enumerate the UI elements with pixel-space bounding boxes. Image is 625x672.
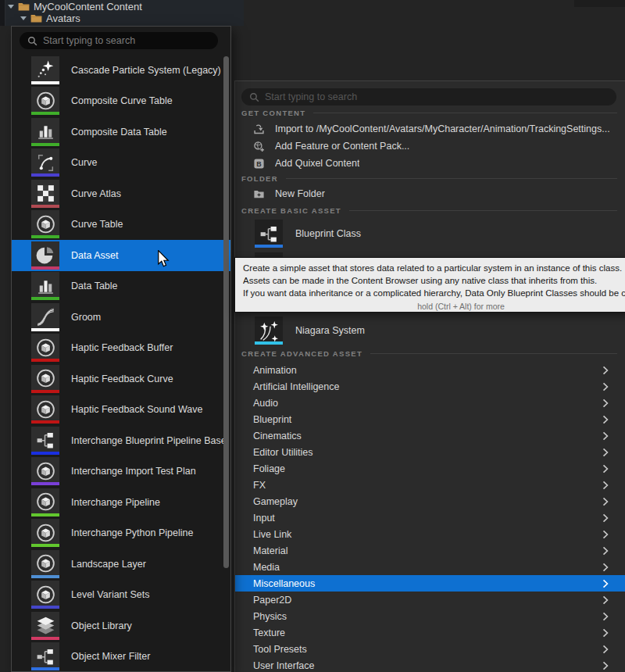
advanced-category-blueprint[interactable]: Blueprint <box>235 411 625 427</box>
asset-type-item-haptic-feedback-buffer[interactable]: Haptic Feedback Buffer <box>12 333 230 364</box>
niagara-icon <box>255 316 283 345</box>
top-right-notch <box>574 0 625 7</box>
asset-picker-search-input[interactable] <box>43 35 210 46</box>
context-menu-search-input[interactable] <box>265 91 609 102</box>
asset-type-item-haptic-feedback-sound-wave[interactable]: Haptic Feedback Sound Wave <box>12 395 230 426</box>
sphere-icon <box>31 395 59 424</box>
advanced-category-tool-presets[interactable]: Tool Presets <box>235 641 625 657</box>
get-content-rows: Import to /MyCoolContent/Avatars/MyChara… <box>235 120 625 172</box>
asset-type-label: Composite Curve Table <box>71 95 173 106</box>
tree-item-mycoolcontent[interactable]: MyCoolContent Content <box>8 1 142 13</box>
asset-type-picker: Cascade Particle System (Legacy)Composit… <box>11 26 231 672</box>
menu-item-label: Blueprint Class <box>295 228 361 239</box>
asset-type-item-composite-data-table[interactable]: Composite Data Table <box>12 116 230 148</box>
advanced-category-gameplay[interactable]: Gameplay <box>235 493 625 509</box>
tooltip-line: If you want data inheritance or a compli… <box>243 287 625 299</box>
sphere-icon <box>31 365 59 393</box>
asset-icon-tile <box>31 334 59 362</box>
particles-icon <box>31 56 59 84</box>
bars-icon <box>31 118 59 146</box>
data-asset-tooltip: Create a simple asset that stores data r… <box>234 257 625 313</box>
advanced-category-editor-utilities[interactable]: Editor Utilities <box>235 444 625 460</box>
tree-left-strip <box>0 0 5 26</box>
asset-type-item-curve-atlas[interactable]: Curve Atlas <box>12 178 230 209</box>
advanced-category-physics[interactable]: Physics <box>235 608 625 624</box>
chevron-right-icon <box>602 481 609 489</box>
advanced-category-audio[interactable]: Audio <box>235 395 625 411</box>
menu-item-add-quixel-content[interactable]: BAdd Quixel Content <box>235 155 625 172</box>
asset-type-label: Interchange Blueprint Pipeline Base <box>71 435 227 446</box>
asset-color-bar <box>31 667 59 670</box>
section-header-create-basic: CREATE BASIC ASSET <box>241 206 617 215</box>
context-menu-search[interactable] <box>241 88 616 105</box>
chevron-right-icon <box>602 595 609 604</box>
menu-item-new-folder[interactable]: New Folder <box>235 185 625 202</box>
chevron-right-icon <box>602 579 609 588</box>
asset-type-item-interchange-blueprint-pipeline-base[interactable]: Interchange Blueprint Pipeline Base <box>12 425 230 456</box>
advanced-category-artificial-intelligence[interactable]: Artificial Intelligence <box>235 378 625 395</box>
caret-down-icon[interactable] <box>8 5 14 9</box>
asset-picker-search[interactable] <box>20 32 218 49</box>
menu-item-label: Import to /MyCoolContent/Avatars/MyChara… <box>275 123 610 134</box>
advanced-category-material[interactable]: Material <box>235 542 625 559</box>
advanced-category-cinematics[interactable]: Cinematics <box>235 427 625 444</box>
bars-icon <box>31 272 59 300</box>
asset-type-item-interchange-python-pipeline[interactable]: Interchange Python Pipeline <box>12 518 230 549</box>
advanced-asset-list: AnimationArtificial IntelligenceAudioBlu… <box>235 362 625 672</box>
caret-down-icon[interactable] <box>20 16 27 20</box>
asset-color-bar <box>31 266 59 270</box>
tree-item-avatars[interactable]: Avatars <box>20 13 80 24</box>
asset-type-item-level-variant-sets[interactable]: Level Variant Sets <box>12 580 230 611</box>
asset-type-item-groom[interactable]: Groom <box>12 302 230 333</box>
sphere-icon <box>31 581 59 609</box>
menu-item-niagara-system[interactable]: Niagara System <box>255 316 365 345</box>
advanced-category-paper2d[interactable]: Paper2D <box>235 592 625 608</box>
asset-type-item-composite-curve-table[interactable]: Composite Curve Table <box>12 86 230 117</box>
asset-icon-tile <box>31 241 59 270</box>
advanced-category-fx[interactable]: FX <box>235 477 625 493</box>
asset-type-item-data-asset[interactable]: Data Asset <box>12 240 230 271</box>
import-icon <box>252 123 265 135</box>
menu-item-add-feature-or-content-pack[interactable]: Add Feature or Content Pack... <box>235 138 625 155</box>
asset-icon-tile <box>31 642 59 670</box>
asset-type-label: Curve Table <box>71 219 123 230</box>
advanced-category-texture[interactable]: Texture <box>235 624 625 641</box>
chevron-right-icon <box>602 546 609 555</box>
advanced-category-miscellaneous[interactable]: Miscellaneous <box>235 575 625 592</box>
section-header-create-advanced: CREATE ADVANCED ASSET <box>241 349 617 358</box>
scrollbar-thumb[interactable] <box>223 56 229 568</box>
advanced-category-animation[interactable]: Animation <box>235 362 625 378</box>
asset-type-item-haptic-feedback-curve[interactable]: Haptic Feedback Curve <box>12 363 230 395</box>
unreal-editor-screen: MyCoolContent Content Avatars GET CONTEN… <box>0 0 625 672</box>
asset-color-bar <box>31 235 59 238</box>
asset-icon-tile <box>31 303 59 331</box>
chevron-right-icon <box>602 448 609 456</box>
advanced-category-label: Input <box>253 513 275 524</box>
advanced-category-input[interactable]: Input <box>235 509 625 526</box>
search-icon <box>249 92 259 102</box>
asset-type-item-curve[interactable]: Curve <box>12 148 230 179</box>
asset-type-item-object-library[interactable]: Object Library <box>12 610 230 642</box>
blueprint-class-tile <box>255 220 283 248</box>
asset-type-item-interchange-import-test-plan[interactable]: Interchange Import Test Plan <box>12 456 230 488</box>
asset-type-item-cascade-particle-system-legacy[interactable]: Cascade Particle System (Legacy) <box>12 55 230 86</box>
asset-type-item-object-mixer-filter[interactable]: Object Mixer Filter <box>12 642 230 672</box>
tree-item-label: Avatars <box>46 13 80 24</box>
asset-type-item-data-table[interactable]: Data Table <box>12 271 230 302</box>
asset-type-item-curve-table[interactable]: Curve Table <box>12 209 230 241</box>
advanced-category-user-interface[interactable]: User Interface <box>235 657 625 672</box>
svg-text:B: B <box>256 159 262 167</box>
advanced-category-label: Texture <box>253 627 285 638</box>
asset-type-item-landscape-layer[interactable]: Landscape Layer <box>12 549 230 580</box>
layers-icon <box>31 612 59 640</box>
menu-item-import-to-mycoolcontent-avatars-mycharacter-animation-trackingsettings[interactable]: Import to /MyCoolContent/Avatars/MyChara… <box>235 120 625 138</box>
menu-item-blueprint-class[interactable]: Blueprint Class <box>255 220 361 248</box>
chevron-right-icon <box>602 628 609 637</box>
asset-icon-tile <box>31 612 59 640</box>
asset-type-item-interchange-pipeline[interactable]: Interchange Pipeline <box>12 487 230 518</box>
advanced-category-label: Foliage <box>253 463 285 474</box>
advanced-category-label: Cinematics <box>253 431 302 441</box>
advanced-category-foliage[interactable]: Foliage <box>235 460 625 477</box>
advanced-category-media[interactable]: Media <box>235 559 625 575</box>
advanced-category-live-link[interactable]: Live Link <box>235 526 625 542</box>
